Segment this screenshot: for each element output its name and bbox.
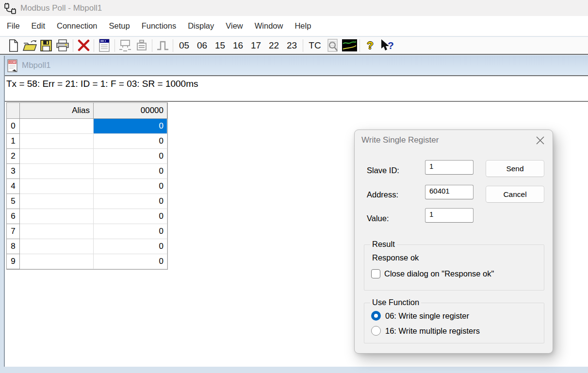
value-cell[interactable]: 0 [94, 119, 167, 134]
grid-row: 6 0 [7, 209, 167, 224]
value-cell[interactable]: 0 [94, 209, 167, 224]
alias-cell[interactable] [20, 239, 94, 254]
toolbar-separator [94, 39, 94, 52]
use-function-group-label: Use Function [370, 298, 421, 307]
close-dialog-checkbox[interactable] [371, 269, 380, 278]
function-06-radio[interactable] [371, 311, 381, 321]
open-file-icon[interactable] [21, 38, 38, 53]
value-cell[interactable]: 0 [94, 239, 167, 254]
cancel-button[interactable]: Cancel [486, 186, 544, 203]
grid-row: 0 0 [7, 119, 167, 134]
function-button[interactable]: 16 [229, 40, 247, 51]
function-button[interactable]: 15 [211, 40, 229, 51]
write-single-register-dialog: Write Single Register Slave ID: Send Add… [354, 130, 553, 354]
child-title: Mbpoll1 [22, 61, 51, 70]
row-header-cell[interactable]: 8 [7, 239, 20, 254]
use-function-groupbox: Use Function 06: Write single register 1… [364, 303, 544, 343]
value-cell[interactable]: 0 [94, 224, 167, 239]
help-icon[interactable]: ? [362, 38, 378, 53]
value-cell[interactable]: 0 [94, 179, 167, 194]
function-button[interactable]: 06 [193, 40, 211, 51]
value-cell[interactable]: 0 [94, 254, 167, 269]
grid-value-header[interactable]: 00000 [94, 103, 167, 119]
alias-cell[interactable] [20, 119, 94, 134]
slave-id-label: Slave ID: [367, 166, 399, 175]
stop-icon[interactable] [75, 38, 92, 53]
alias-cell[interactable] [20, 224, 94, 239]
address-label: Address: [367, 190, 398, 199]
menu-item[interactable]: Setup [103, 16, 136, 36]
row-header-cell[interactable]: 5 [7, 194, 20, 209]
child-titlebar[interactable]: DOC1 Mbpoll1 [5, 56, 588, 76]
value-cell[interactable]: 0 [94, 149, 167, 164]
menu-item[interactable]: View [220, 16, 248, 36]
function-button[interactable]: 22 [265, 40, 283, 51]
menu-bar: File Edit Connection Setup Functions Dis… [0, 16, 588, 36]
menu-item[interactable]: Display [182, 16, 220, 36]
toolbar-separator [303, 39, 303, 52]
menu-item[interactable]: Window [249, 16, 289, 36]
grid-alias-header[interactable]: Alias [20, 103, 94, 119]
alias-cell[interactable] [20, 194, 94, 209]
slave-id-input[interactable] [425, 160, 474, 175]
value-cell[interactable]: 0 [94, 134, 167, 149]
close-dialog-checkbox-row: Close dialog on "Response ok" [371, 269, 494, 278]
grid-row: 8 0 [7, 239, 167, 254]
window-title: Modbus Poll - Mbpoll1 [20, 3, 102, 13]
alias-cell[interactable] [20, 254, 94, 269]
function-16-radio[interactable] [371, 326, 381, 336]
menu-item[interactable]: Edit [26, 16, 51, 36]
grid-corner-header[interactable] [7, 103, 20, 119]
alias-cell[interactable] [20, 179, 94, 194]
dialog-title: Write Single Register [361, 135, 439, 145]
value-cell[interactable]: 0 [94, 194, 167, 209]
test-center-button[interactable]: TC [305, 40, 325, 51]
row-header-cell[interactable]: 4 [7, 179, 20, 194]
row-header-cell[interactable]: 2 [7, 149, 20, 164]
function-button[interactable]: 05 [175, 40, 193, 51]
grid-row: 3 0 [7, 164, 167, 179]
alias-cell[interactable] [20, 149, 94, 164]
row-header-cell[interactable]: 3 [7, 164, 20, 179]
row-header-cell[interactable]: 1 [7, 134, 20, 149]
row-header-cell[interactable]: 9 [7, 254, 20, 269]
print-icon[interactable] [54, 38, 71, 53]
single-poll-icon[interactable] [154, 38, 171, 53]
read-write-definition-icon[interactable] [96, 38, 113, 53]
status-line: Tx = 58: Err = 21: ID = 1: F = 03: SR = … [5, 76, 588, 102]
new-file-icon[interactable] [5, 38, 21, 53]
save-icon[interactable] [38, 38, 54, 53]
grid-row: 2 0 [7, 149, 167, 164]
function-06-radio-row: 06: Write single register [371, 311, 469, 321]
row-header-cell[interactable]: 6 [7, 209, 20, 224]
close-icon[interactable] [535, 135, 545, 146]
function-06-label: 06: Write single register [385, 311, 469, 321]
menu-item[interactable]: Functions [136, 16, 182, 36]
grid-row: 7 0 [7, 224, 167, 239]
toolbar-separator [152, 39, 152, 52]
alias-cell[interactable] [20, 164, 94, 179]
disconnect-icon[interactable] [133, 38, 150, 53]
function-button[interactable]: 17 [247, 40, 265, 51]
alias-cell[interactable] [20, 209, 94, 224]
chart-icon[interactable] [341, 38, 358, 53]
result-status-text: Response ok [372, 253, 419, 262]
function-16-label: 16: Write multiple registers [385, 326, 480, 336]
menu-item[interactable]: Help [289, 16, 317, 36]
communication-log-icon[interactable] [325, 38, 341, 53]
address-input[interactable] [425, 185, 474, 199]
function-16-radio-row: 16: Write multiple registers [371, 326, 480, 336]
alias-cell[interactable] [20, 134, 94, 149]
function-button[interactable]: 23 [283, 40, 301, 51]
value-input[interactable] [425, 208, 474, 223]
send-button[interactable]: Send [486, 160, 544, 177]
menu-item[interactable]: File [1, 16, 26, 36]
value-cell[interactable]: 0 [94, 164, 167, 179]
menu-item[interactable]: Connection [51, 16, 103, 36]
row-header-cell[interactable]: 7 [7, 224, 20, 239]
svg-text:DOC1: DOC1 [9, 61, 16, 63]
value-label: Value: [367, 214, 389, 223]
context-help-icon[interactable]: ? [378, 38, 395, 53]
row-header-cell[interactable]: 0 [7, 119, 20, 134]
connect-icon[interactable] [117, 38, 133, 53]
